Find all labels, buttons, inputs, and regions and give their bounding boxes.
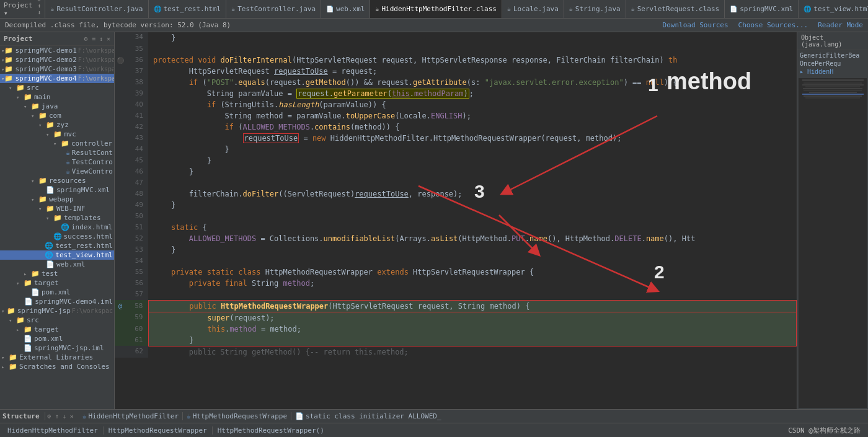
line-content-43: requestToUse = new HiddenHttpMethodFilte… [148, 133, 797, 144]
sidebar-item-web-xml[interactable]: 📄web.xml [0, 260, 114, 269]
tab-test-controller[interactable]: ☕ TestController.java [226, 0, 321, 19]
line-num-55: 55 [126, 267, 148, 278]
download-sources-button[interactable]: Download Sources [663, 21, 728, 29]
line-num-51: 51 [126, 222, 148, 233]
sidebar-item-springmvc-xml[interactable]: 📄springMVC.xml [0, 185, 114, 195]
sidebar-item-result-cont[interactable]: ☕ResultCont [0, 148, 114, 157]
tab-test-view[interactable]: 🌐 test_view.html [799, 0, 868, 19]
tab-result-controller[interactable]: ☕ ResultController.java [45, 0, 148, 19]
tab-web-xml[interactable]: 📄 web.xml [321, 0, 370, 19]
line-content-57 [148, 289, 797, 300]
sidebar-item-target[interactable]: ▾📁target [0, 278, 114, 288]
sidebar-item-external-libraries[interactable]: ▾📁External Libraries [0, 353, 114, 362]
code-line-59: 59 super(request); [115, 312, 797, 324]
line-num-35: 35 [126, 43, 148, 55]
code-icon: 📄 [295, 412, 304, 420]
notification-bar: Decompiled .class file, bytecode version… [0, 19, 868, 32]
sidebar-item-test[interactable]: ▸📁test [0, 269, 114, 278]
line-content-62: public String getMethod() {-- return thi… [148, 346, 797, 358]
project-dropdown[interactable]: Project ▾ [4, 1, 32, 17]
sidebar-item-springmvc-demo1[interactable]: ▾📁springMVC-demo1F:\workspace [0, 46, 114, 55]
sidebar-item-view-cont[interactable]: ☕ViewContro [0, 167, 114, 176]
sidebar-item-webapp[interactable]: ▾📁webapp [0, 195, 114, 204]
right-panel: Object (java.lang) GenericFilterBea Once… [797, 32, 868, 409]
sidebar-item-java[interactable]: ▾📁java [0, 102, 114, 111]
sidebar-item-test-rest-html[interactable]: 🌐test_rest.html [0, 241, 114, 250]
code-line-57: 57 [115, 289, 797, 300]
sidebar-item-jsp-iml[interactable]: 📄springMVC-jsp.iml [0, 343, 114, 353]
code-scroll-area[interactable]: 34 } 35 ⚫ 36 protected void doFilterInte… [115, 32, 797, 409]
sidebar-item-pom[interactable]: 📄pom.xml [0, 288, 114, 297]
line-num-60: 60 [126, 324, 148, 335]
code-line-61: 61 } [115, 335, 797, 347]
sidebar-item-success-html[interactable]: 🌐success.html [0, 232, 114, 241]
tab-hidden-filter[interactable]: ☕ HiddenHttpMethodFilter.class [370, 0, 502, 19]
html-file-icon: 🌐 [154, 6, 161, 12]
tab-servlet-request[interactable]: ☕ ServletRequest.class [626, 0, 725, 19]
sidebar-item-src2[interactable]: ▾📁src [0, 316, 114, 325]
nav-hidden-filter[interactable]: HiddenHttpMethodFilter [2, 426, 104, 435]
sidebar-item-webinf[interactable]: ▾📁WEB-INF [0, 204, 114, 213]
sidebar-item-pom2[interactable]: 📄pom.xml [0, 334, 114, 343]
sidebar-item-com[interactable]: ▾📁com [0, 111, 114, 120]
sidebar-item-controller[interactable]: ▾📁controller [0, 139, 114, 148]
reader-mode-button[interactable]: Reader Mode [818, 21, 863, 29]
line-content-48: filterChain.doFilter((ServletRequest)req… [148, 188, 797, 200]
code-line-38: 38 if ("POST".equals(request.getMethod()… [115, 77, 797, 88]
structure-item-static[interactable]: 📄 static class initializer ALLOWED_ [291, 412, 445, 420]
tab-test-rest[interactable]: 🌐 test_rest.html [149, 0, 227, 19]
sidebar-item-src[interactable]: ▾📁src [0, 83, 114, 92]
sidebar-item-springmvc-demo4[interactable]: ▾📁springMVC-demo4F:\workspac [0, 74, 114, 83]
sidebar-item-test-cont[interactable]: ☕TestContro [0, 157, 114, 167]
sidebar-item-target2[interactable]: ▸📁target [0, 325, 114, 334]
line-content-56: private final String method; [148, 278, 797, 289]
rp-item-hidden[interactable]: ▸ HiddenH [800, 68, 866, 76]
code-line-39: 39 String paramValue = request.getParame… [115, 88, 797, 99]
line-num-52: 52 [126, 233, 148, 244]
code-line-60: 60 this.method = method; [115, 324, 797, 335]
sidebar-item-springmvc-demo2[interactable]: ▾📁springMVC-demo2F:\workspace [0, 55, 114, 64]
sidebar-item-resources[interactable]: ▾📁resources [0, 176, 114, 185]
sidebar-item-zyz[interactable]: ▾📁zyz [0, 120, 114, 130]
line-gutter-61 [115, 335, 126, 347]
line-content-44: } [148, 144, 797, 155]
sidebar-item-demo4-iml[interactable]: 📄springMVC-demo4.iml [0, 297, 114, 306]
right-panel-minimap [799, 78, 867, 408]
line-gutter-34 [115, 32, 126, 43]
java-file-icon: ☕ [50, 6, 54, 12]
nav-http-wrapper[interactable]: HttpMethodRequestWrapper [104, 426, 213, 435]
line-gutter-58[interactable]: @ [115, 300, 126, 312]
tab-spring-mvc-xml[interactable]: 📄 springMVC.xml [725, 0, 799, 19]
nav-constructor[interactable]: HttpMethodRequestWrapper() [213, 426, 329, 435]
line-content-49: } [148, 200, 797, 211]
project-icons: ⚙ ⬆ ⬇ ⚙ [37, 0, 41, 19]
line-content-40: if (StringUtils.hasLength(paramValue)) { [148, 99, 797, 110]
line-num-61: 61 [126, 335, 148, 347]
tab-string[interactable]: ☕ String.java [564, 0, 626, 19]
line-gutter-37 [115, 66, 126, 77]
rp-item-generic-filter[interactable]: GenericFilterBea [800, 51, 866, 60]
sidebar-item-scratches[interactable]: ▸📁Scratches and Consoles [0, 362, 114, 371]
sidebar-item-templates[interactable]: ▾📁templates [0, 213, 114, 223]
java-file-icon4: ☕ [569, 6, 573, 12]
line-content-54 [148, 255, 797, 267]
line-num-46: 46 [126, 166, 148, 177]
sidebar-item-springmvc-jsp[interactable]: ▾📁springMVC-jspF:\workspac [0, 306, 114, 316]
csdn-watermark: CSDN @架构师全栈之路 [788, 426, 866, 435]
code-line-45: 45 } [115, 155, 797, 166]
structure-item-wrapper[interactable]: ☕ HttpMethodRequestWrappe [183, 412, 291, 420]
sidebar-item-springmvc-demo3[interactable]: ▾📁springMVC-demo3F:\workspac [0, 64, 114, 74]
sidebar-item-main[interactable]: ▾📁main [0, 92, 114, 102]
rp-item-once-per-req[interactable]: OncePerRequ [800, 60, 866, 68]
line-num-62: 62 [126, 346, 148, 358]
sidebar-item-mvc[interactable]: ▾📁mvc [0, 130, 114, 139]
sidebar-item-test-view-html[interactable]: 🌐test_view.html [0, 250, 114, 260]
sidebar-item-index-html[interactable]: 🌐index.html [0, 223, 114, 232]
choose-sources-button[interactable]: Choose Sources... [738, 21, 808, 29]
line-num-47: 47 [126, 177, 148, 188]
tab-locale[interactable]: ☕ Locale.java [502, 0, 564, 19]
structure-item-hidden-filter[interactable]: ☕ HiddenHttpMethodFilter [79, 412, 183, 420]
sidebar: Project ⚙ ≡ ↕ ✕ ▾📁springMVC-demo1F:\work… [0, 32, 115, 409]
code-line-58: @ 58 public HttpMethodRequestWrapper(Htt… [115, 300, 797, 312]
java-icon-small2: ☕ [187, 412, 191, 420]
